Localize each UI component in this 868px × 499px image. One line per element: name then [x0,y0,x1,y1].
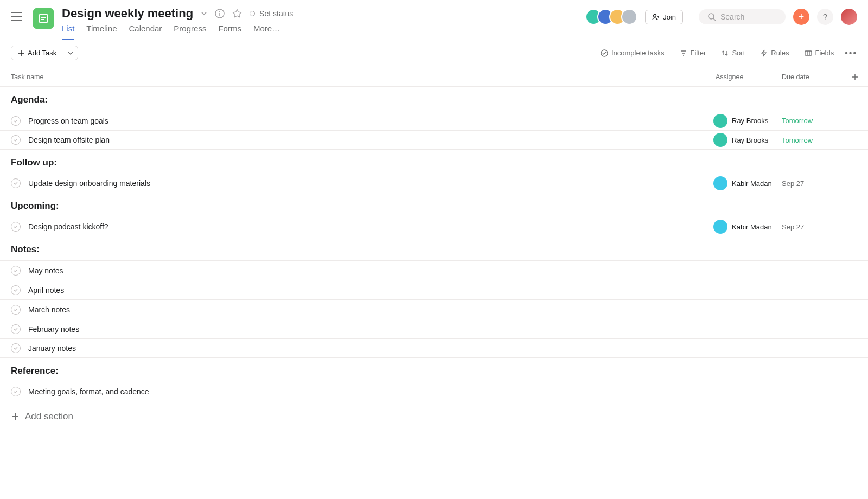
assignee-name: Kabir Madan [732,223,772,231]
assignee-name: Ray Brooks [732,117,768,125]
due-date-cell[interactable] [775,280,841,299]
chevron-down-icon[interactable] [201,10,207,17]
add-task-dropdown[interactable] [63,46,78,60]
tab-progress[interactable]: Progress [174,24,206,40]
search-placeholder: Search [720,12,744,21]
due-date-cell[interactable] [775,261,841,280]
member-avatars[interactable] [585,9,637,25]
task-row[interactable]: Meeting goals, format, and cadence [0,382,868,401]
task-row[interactable]: Progress on team goalsRay BrooksTomorrow [0,111,868,130]
tab-list[interactable]: List [62,24,74,40]
add-section-button[interactable]: Add section [0,401,868,432]
help-button[interactable]: ? [817,9,833,25]
section-header[interactable]: Agenda: [0,87,868,111]
assignee-cell[interactable]: Ray Brooks [709,131,775,149]
tab-forms[interactable]: Forms [218,24,241,40]
add-task-label: Add Task [28,49,56,57]
assignee-cell[interactable]: Kabir Madan [709,217,775,236]
toolbar-sort[interactable]: Sort [717,47,749,59]
task-name: Meeting goals, format, and cadence [28,387,149,396]
info-icon[interactable] [215,9,225,18]
member-avatar[interactable] [621,9,637,25]
due-date-cell[interactable]: Sep 27 [775,217,841,236]
complete-checkbox[interactable] [11,324,21,334]
task-row[interactable]: May notes [0,260,868,280]
assignee-cell[interactable]: Ray Brooks [709,111,775,130]
assignee-cell[interactable] [709,382,775,401]
section-header[interactable]: Reference: [0,358,868,382]
task-row[interactable]: Update design onboarding materialsKabir … [0,174,868,193]
complete-checkbox[interactable] [11,135,21,145]
project-icon [33,8,54,29]
due-date-cell[interactable]: Tomorrow [775,111,841,130]
toolbar-fields[interactable]: Fields [800,47,839,59]
assignee-cell[interactable]: Kabir Madan [709,174,775,193]
due-date-cell[interactable] [775,319,841,338]
extra-cell [841,319,868,338]
divider [691,9,691,24]
toolbar-incomplete-tasks[interactable]: Incomplete tasks [596,47,669,59]
task-row[interactable]: March notes [0,299,868,319]
svg-point-4 [709,14,714,19]
complete-checkbox[interactable] [11,285,21,295]
task-name: Progress on team goals [28,117,108,125]
user-avatar[interactable] [841,9,857,25]
due-date-cell[interactable] [775,339,841,357]
search-input[interactable]: Search [699,9,786,24]
svg-point-2 [219,11,220,12]
task-row[interactable]: January notes [0,338,868,358]
tab-calendar[interactable]: Calendar [129,24,162,40]
task-row[interactable]: Design podcast kickoff?Kabir MadanSep 27 [0,217,868,236]
toolbar-rules[interactable]: Rules [756,47,793,59]
search-icon [707,12,716,21]
svg-rect-6 [805,51,812,55]
due-date-cell[interactable] [775,300,841,319]
assignee-cell[interactable] [709,261,775,280]
complete-checkbox[interactable] [11,222,21,232]
section-header[interactable]: Notes: [0,236,868,260]
extra-cell [841,382,868,401]
task-name: Design podcast kickoff? [28,222,108,231]
add-task-button[interactable]: Add Task [11,46,63,60]
task-name: May notes [28,266,63,275]
due-date-cell[interactable] [775,382,841,401]
status-dot-icon [250,11,255,16]
assignee-cell[interactable] [709,280,775,299]
project-title[interactable]: Design weekly meeting [62,7,193,21]
set-status-button[interactable]: Set status [250,9,293,18]
task-row[interactable]: Design team offsite planRay BrooksTomorr… [0,130,868,150]
add-column-button[interactable] [841,67,868,86]
star-icon[interactable] [232,9,242,18]
extra-cell [841,280,868,299]
complete-checkbox[interactable] [11,178,21,188]
task-row[interactable]: February notes [0,319,868,338]
assignee-cell[interactable] [709,339,775,357]
set-status-label: Set status [259,9,293,18]
tab-timeline[interactable]: Timeline [86,24,117,40]
task-row[interactable]: April notes [0,280,868,299]
global-add-button[interactable]: + [793,9,809,25]
column-header-assignee[interactable]: Assignee [709,67,775,86]
toolbar-filter[interactable]: Filter [675,47,711,59]
svg-point-5 [601,50,608,56]
hamburger-menu-icon[interactable] [11,12,22,22]
due-date-cell[interactable]: Tomorrow [775,131,841,149]
complete-checkbox[interactable] [11,387,21,396]
assignee-avatar [713,133,727,147]
section-header[interactable]: Upcoming: [0,193,868,217]
due-date-cell[interactable]: Sep 27 [775,174,841,193]
task-name: Update design onboarding materials [28,179,150,188]
complete-checkbox[interactable] [11,343,21,353]
join-button[interactable]: Join [645,10,683,24]
task-name: Design team offsite plan [28,136,110,144]
more-icon[interactable]: ••• [845,48,857,58]
assignee-cell[interactable] [709,300,775,319]
assignee-cell[interactable] [709,319,775,338]
column-header-due[interactable]: Due date [775,67,841,86]
section-header[interactable]: Follow up: [0,150,868,174]
column-header-task[interactable]: Task name [0,73,709,81]
tab-more[interactable]: More… [253,24,280,40]
complete-checkbox[interactable] [11,305,21,315]
complete-checkbox[interactable] [11,116,21,126]
complete-checkbox[interactable] [11,266,21,276]
